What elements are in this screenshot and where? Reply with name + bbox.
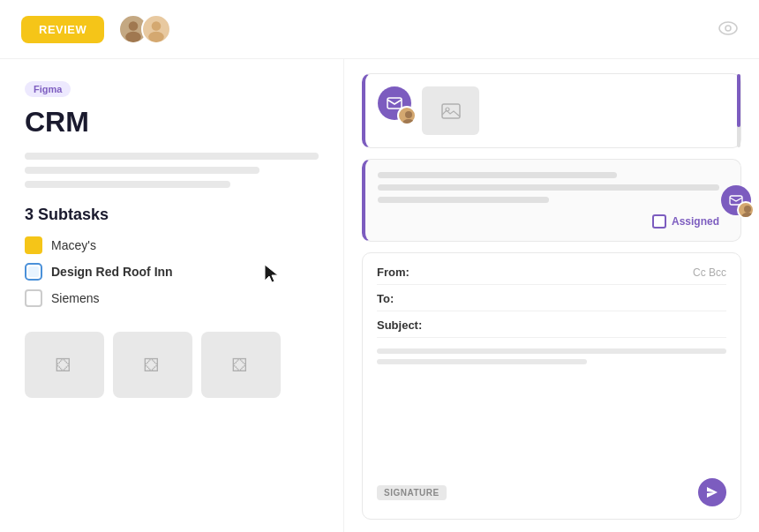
svg-point-13	[741, 213, 754, 219]
assigned-label: Assigned	[672, 215, 719, 228]
scrollbar-thumb	[737, 74, 740, 127]
signature-badge: SIGNATURE	[377, 485, 447, 500]
svg-point-4	[719, 22, 737, 34]
avatar-2-img	[143, 16, 169, 42]
svg-point-12	[744, 206, 751, 213]
email-card-1-content	[422, 86, 488, 135]
compose-footer: SIGNATURE	[377, 478, 726, 506]
subtask-icon-blue	[25, 263, 42, 281]
subtask-list: Macey's Design Red Roof Inn Siemens	[25, 236, 319, 307]
image-placeholder-icon-2: ⛋	[143, 354, 162, 377]
email-text-line	[378, 184, 719, 191]
visibility-icon[interactable]	[718, 19, 738, 40]
svg-point-7	[405, 111, 412, 118]
image-placeholder-icon-3: ⛋	[231, 354, 251, 377]
svg-rect-6	[387, 98, 402, 109]
scrollbar[interactable]	[737, 74, 740, 147]
svg-point-5	[725, 26, 731, 31]
email-compose: From: Cc Bcc To: Subject: SIGNATURE	[362, 252, 741, 520]
svg-point-1	[125, 32, 141, 42]
left-panel: Figma CRM 3 Subtasks Macey's Design Red …	[0, 59, 344, 532]
top-bar: REVIEW	[0, 0, 759, 59]
svg-point-2	[152, 21, 162, 31]
subtask-icon-gray	[25, 289, 42, 307]
svg-point-0	[129, 21, 139, 31]
subtask-label-maceys: Macey's	[51, 238, 96, 252]
compose-from-label: From:	[377, 266, 425, 279]
email-content-inner	[422, 86, 488, 135]
email-card-1[interactable]	[362, 73, 741, 148]
image-thumb-3[interactable]: ⛋	[201, 332, 281, 398]
compose-subject-field[interactable]: Subject:	[377, 318, 726, 338]
send-button[interactable]	[698, 478, 726, 506]
avatar-2	[141, 14, 171, 44]
email-envelope-icon-2	[721, 185, 751, 215]
compose-subject-label: Subject:	[377, 318, 425, 332]
subtask-label-siemens: Siemens	[51, 291, 99, 305]
top-bar-left: REVIEW	[21, 14, 171, 44]
avatar-small-2	[737, 201, 755, 219]
subtasks-heading: 3 Subtasks	[25, 206, 319, 224]
email-text-line	[378, 197, 549, 203]
svg-point-3	[148, 32, 164, 42]
compose-body-line	[377, 359, 587, 364]
list-item[interactable]: Siemens	[25, 289, 319, 307]
desc-line-3	[25, 181, 230, 188]
avatar-small-1	[397, 106, 417, 125]
compose-body-line	[377, 348, 726, 354]
email-card-2-content: Assigned	[378, 172, 728, 229]
description-lines	[25, 153, 319, 188]
compose-cc-bcc[interactable]: Cc Bcc	[693, 266, 726, 279]
email-card-2[interactable]: Assigned	[362, 159, 741, 242]
page-title: CRM	[25, 106, 319, 139]
image-grid: ⛋ ⛋ ⛋	[25, 332, 319, 398]
right-panel: Assigned From: Cc Bcc	[344, 59, 759, 532]
compose-to-label: To:	[377, 292, 425, 305]
compose-body[interactable]	[377, 348, 726, 364]
email-image-placeholder	[422, 86, 479, 135]
compose-from-field: From: Cc Bcc	[377, 266, 726, 285]
list-item[interactable]: Design Red Roof Inn	[25, 263, 319, 281]
image-thumb-2[interactable]: ⛋	[113, 332, 192, 398]
desc-line-1	[25, 153, 319, 160]
main-content: Figma CRM 3 Subtasks Macey's Design Red …	[0, 59, 759, 532]
svg-point-8	[402, 119, 415, 125]
compose-to-field[interactable]: To:	[377, 292, 726, 311]
avatar-group	[118, 14, 171, 44]
subtask-icon-yellow	[25, 236, 42, 254]
image-placeholder-icon-1: ⛋	[55, 354, 74, 377]
assigned-checkbox[interactable]	[652, 214, 666, 229]
assigned-row: Assigned	[378, 214, 719, 229]
email-text-line	[378, 172, 617, 178]
list-item[interactable]: Macey's	[25, 236, 319, 254]
svg-rect-9	[442, 104, 460, 118]
desc-line-2	[25, 167, 259, 174]
figma-badge: Figma	[25, 81, 71, 97]
subtask-label-design-red-roof: Design Red Roof Inn	[51, 265, 173, 279]
image-thumb-1[interactable]: ⛋	[25, 332, 104, 398]
review-button[interactable]: REVIEW	[21, 16, 104, 43]
